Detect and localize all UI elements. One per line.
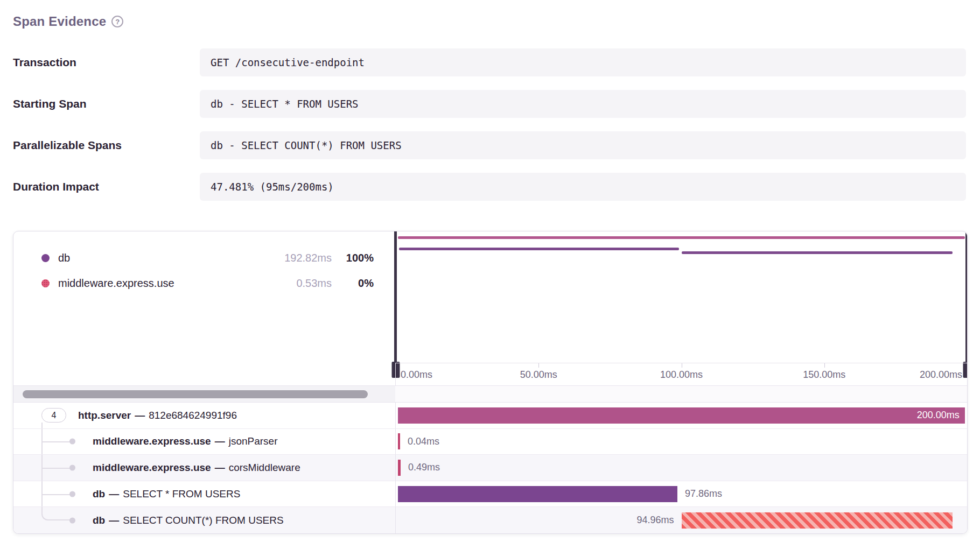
span-duration-bar: 200.00ms	[398, 407, 965, 424]
span-bar-cell[interactable]: 0.49ms	[395, 455, 967, 481]
span-bar-cell[interactable]: 94.96ms	[395, 507, 967, 533]
evidence-label: Parallelizable Spans	[13, 139, 200, 152]
scrollbar-row-spacer	[395, 385, 967, 403]
parallelizable-spans-value: db - SELECT COUNT(*) FROM USERS	[200, 131, 966, 159]
tree-connector	[41, 494, 73, 495]
legend-label: db	[58, 252, 284, 264]
transaction-value: GET /consecutive-endpoint	[200, 48, 966, 76]
legend-label: middleware.express.use	[58, 277, 296, 290]
horizontal-scrollbar-track	[13, 385, 395, 403]
evidence-label: Starting Span	[13, 97, 200, 110]
span-evidence-section: Span Evidence ? Transaction GET /consecu…	[0, 0, 980, 534]
axis-tick-label: 0.00ms	[401, 369, 432, 380]
axis-tick-label: 50.00ms	[520, 369, 557, 380]
span-op: http.server	[78, 410, 131, 421]
span-description: 812e684624991f96	[149, 410, 237, 421]
span-description: corsMiddleware	[229, 462, 300, 474]
evidence-label: Duration Impact	[13, 180, 200, 193]
span-duration-bar	[398, 433, 400, 449]
separator: —	[105, 488, 123, 500]
tree-connector	[41, 441, 73, 442]
span-duration-label: 97.86ms	[685, 488, 722, 499]
evidence-list: Transaction GET /consecutive-endpoint St…	[13, 48, 966, 201]
tree-node-dot	[69, 517, 75, 523]
legend-duration: 192.82ms	[284, 252, 332, 264]
separator: —	[211, 435, 229, 447]
minimap-span-line	[398, 236, 965, 239]
separator: —	[211, 462, 229, 474]
legend-item-middleware[interactable]: middleware.express.use 0.53ms 0%	[41, 276, 374, 291]
axis-tick-mark	[824, 363, 825, 368]
tree-node-dot	[69, 491, 75, 497]
page-title: Span Evidence	[13, 14, 106, 29]
span-row-db-count[interactable]: db — SELECT COUNT(*) FROM USERS	[13, 507, 395, 533]
legend-item-db[interactable]: db 192.82ms 100%	[41, 251, 374, 265]
span-description: jsonParser	[229, 435, 278, 447]
minimap-span-line	[399, 248, 679, 250]
duration-impact-value: 47.481% (95ms/200ms)	[200, 173, 966, 201]
axis-tick-label: 150.00ms	[803, 369, 845, 380]
db-series-dot	[41, 254, 50, 262]
section-header: Span Evidence ?	[13, 14, 966, 29]
span-duration-label: 94.96ms	[396, 515, 682, 526]
axis-tick-mark	[682, 363, 682, 368]
starting-span-value: db - SELECT * FROM USERS	[200, 90, 966, 118]
span-row-http-server[interactable]: 4 http.server — 812e684624991f96	[13, 403, 395, 429]
tree-connector	[41, 507, 73, 520]
tree-connector	[41, 468, 73, 469]
span-row-db-select[interactable]: db — SELECT * FROM USERS	[13, 481, 395, 508]
span-duration-label: 0.49ms	[408, 462, 440, 473]
span-duration-bar	[398, 460, 401, 476]
span-op: middleware.express.use	[93, 462, 211, 474]
minimap-left-handle[interactable]	[394, 231, 397, 378]
span-description: SELECT * FROM USERS	[123, 488, 240, 500]
separator: —	[105, 515, 123, 526]
trace-minimap	[395, 231, 967, 363]
span-duration-label: 0.04ms	[408, 436, 439, 447]
tree-connector	[41, 423, 43, 428]
legend-duration: 0.53ms	[296, 277, 332, 290]
span-duration-label: 200.00ms	[917, 410, 960, 421]
span-duration-bar	[398, 486, 677, 502]
axis-tick-mark	[538, 363, 539, 368]
span-children-count-badge[interactable]: 4	[41, 408, 66, 423]
minimap-right-handle[interactable]	[965, 231, 968, 378]
axis-tick-label: 200.00ms	[920, 369, 962, 380]
help-icon[interactable]: ?	[111, 16, 123, 27]
evidence-label: Transaction	[13, 56, 200, 69]
minimap-span-line	[682, 251, 953, 254]
span-bar-cell[interactable]: 200.00ms	[395, 403, 967, 429]
span-bar-cell[interactable]: 97.86ms	[395, 481, 967, 508]
span-description: SELECT COUNT(*) FROM USERS	[123, 515, 283, 526]
span-op: db	[93, 515, 105, 526]
horizontal-scrollbar-thumb[interactable]	[23, 390, 368, 398]
middleware-series-dot	[41, 279, 50, 287]
time-axis: 0.00ms 50.00ms 100.00ms 150.00ms 200.00m…	[395, 363, 967, 385]
axis-tick-label: 100.00ms	[660, 369, 703, 380]
span-duration-bar	[682, 512, 953, 529]
span-waterfall-panel: db 192.82ms 100% middleware.express.use …	[13, 231, 968, 534]
span-bar-cell[interactable]: 0.04ms	[395, 429, 967, 455]
legend-percent: 100%	[332, 252, 374, 264]
series-legend: db 192.82ms 100% middleware.express.use …	[13, 231, 395, 385]
span-op: db	[93, 488, 105, 500]
span-row-json-parser[interactable]: middleware.express.use — jsonParser	[13, 429, 395, 455]
span-op: middleware.express.use	[93, 435, 211, 447]
tree-node-dot	[69, 464, 75, 470]
tree-node-dot	[69, 439, 75, 445]
span-row-cors-middleware[interactable]: middleware.express.use — corsMiddleware	[13, 455, 395, 481]
legend-percent: 0%	[332, 277, 374, 290]
separator: —	[131, 410, 149, 421]
